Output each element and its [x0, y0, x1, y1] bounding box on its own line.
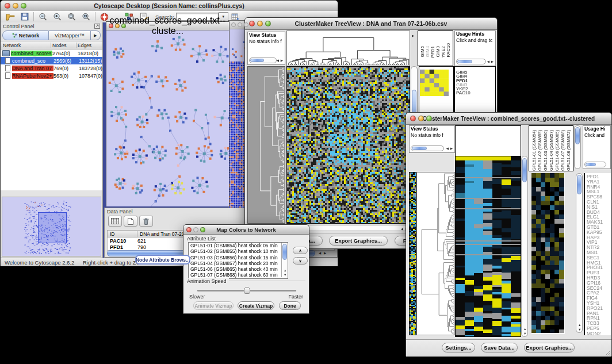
column-label[interactable]: GPL51-07 (GSM868) — [560, 130, 566, 171]
col-header-edges[interactable]: Edges — [76, 43, 102, 48]
column-label[interactable]: GPL51-03 (GSM856) — [543, 130, 549, 171]
zoom-heatmap-canvas[interactable] — [531, 173, 564, 333]
done-button[interactable]: Done — [279, 301, 301, 310]
move-up-button[interactable]: ∧ — [293, 247, 308, 254]
attribute-item[interactable]: GPL51-06 (GSM865) heat shock 40 min — [189, 266, 280, 272]
zoom-out-button[interactable] — [36, 11, 50, 22]
global-overview-strip[interactable] — [409, 172, 416, 335]
minimize-icon[interactable] — [418, 116, 424, 121]
save-session-button[interactable] — [17, 11, 32, 22]
column-label[interactable]: GPL51-02 (GSM855) — [537, 130, 543, 171]
tab-network[interactable]: Network — [2, 30, 49, 40]
col-header-nodes[interactable]: Nodes — [51, 43, 76, 48]
column-label[interactable]: GPL51-06 (GSM865) — [554, 130, 560, 171]
close-icon[interactable] — [410, 116, 416, 121]
global-overview-canvas[interactable] — [410, 173, 416, 335]
column-label[interactable]: GPL51-04 (GSM857) — [549, 130, 554, 171]
cytoscape-titlebar[interactable]: Cytoscape Desktop (Session Name: collins… — [1, 1, 338, 12]
scroll-left-icon[interactable]: ◀ — [319, 251, 321, 255]
close-icon[interactable] — [5, 3, 10, 9]
node-attribute-browser-tab[interactable]: Node Attribute Brows... — [135, 255, 190, 265]
zoom-window-icon[interactable] — [265, 21, 271, 26]
listbox-scrollbar[interactable]: ▲ ▼ — [281, 243, 288, 277]
gene-label[interactable]: MON2 — [587, 331, 611, 335]
minimize-icon[interactable] — [257, 21, 263, 26]
zoom-window-icon[interactable] — [21, 3, 26, 9]
scroll-left-icon[interactable]: ◀ — [446, 147, 449, 150]
slider-thumb[interactable] — [244, 287, 250, 294]
col-header-network[interactable]: Network — [1, 43, 51, 48]
resize-grip-icon[interactable] — [605, 350, 610, 355]
network-overview-canvas[interactable] — [2, 197, 101, 255]
scroll-down-icon[interactable]: ▼ — [523, 332, 526, 335]
zoom-matrix-canvas[interactable] — [420, 70, 449, 96]
heatmap-canvas[interactable] — [287, 67, 410, 223]
attribute-item[interactable]: GPL51-04 (GSM857) heat shock 20 min — [189, 260, 280, 266]
usage-hints-scrollbar[interactable] — [456, 59, 486, 64]
zoom-fit-button[interactable] — [79, 11, 93, 22]
zoom-window-icon[interactable] — [426, 116, 432, 121]
attribute-item[interactable]: GPL51-01 (GSM854) heat shock 05 min — [189, 243, 280, 248]
export-graphics-button[interactable]: Export Graphics... — [329, 236, 388, 246]
col-header-id[interactable]: ID — [108, 231, 137, 237]
network-list-row[interactable]: RNAPuberNov2+1 563(0) 107847(0) — [1, 72, 102, 79]
scroll-right-icon[interactable]: ▶ — [412, 34, 414, 37]
zoom-window-icon[interactable] — [121, 24, 126, 28]
view-status-scrollbar[interactable] — [411, 145, 444, 151]
heatmap-main[interactable] — [455, 156, 521, 337]
minimize-icon[interactable] — [238, 22, 242, 27]
network-list-row[interactable]: DNA and Tran 07 769(0) 183728(0) — [1, 64, 102, 72]
labels-vscrollbar[interactable] — [574, 125, 581, 169]
zoom-window-icon[interactable] — [200, 227, 205, 232]
network-overview[interactable] — [2, 197, 101, 256]
attribute-item[interactable]: GPL51-02 (GSM855) heat shock 10 min — [189, 248, 280, 254]
zoom-selected-button[interactable] — [64, 11, 79, 22]
attribute-listbox[interactable]: GPL51-01 (GSM854) heat shock 05 minGPL51… — [188, 242, 288, 279]
float-panel-icon[interactable] — [94, 24, 100, 29]
network-list-row[interactable]: combined_scores 2764(0) 16218(0) — [1, 49, 102, 57]
open-session-button[interactable] — [3, 11, 17, 22]
column-label[interactable]: PAC10 — [446, 43, 451, 58]
column-dendrogram-canvas[interactable] — [287, 31, 410, 66]
minimize-icon[interactable] — [193, 227, 198, 232]
animation-speed-slider[interactable] — [197, 290, 296, 292]
scroll-left-icon[interactable]: ◀ — [487, 60, 489, 63]
column-label[interactable]: GIM3 — [435, 46, 441, 58]
delete-attribute-button[interactable] — [139, 216, 153, 227]
zoom-vscrollbar[interactable]: ▲ ▼ — [576, 173, 583, 333]
scroll-right-icon[interactable]: ▶ — [324, 251, 326, 255]
scroll-up-icon[interactable]: ▲ — [523, 327, 526, 331]
view-status-scrollbar[interactable] — [249, 58, 277, 63]
settings-button[interactable]: Settings... — [442, 343, 475, 352]
row-dendrogram-canvas[interactable] — [248, 67, 285, 223]
column-label[interactable]: YKE2 — [441, 46, 446, 58]
treeview2-titlebar[interactable]: ClusterMaker TreeView : combined_scores_… — [406, 113, 611, 125]
scroll-up-icon[interactable]: ▲ — [284, 269, 286, 272]
column-label[interactable]: GPL51-01 (GSM854) — [531, 130, 537, 171]
treeview1-titlebar[interactable]: ClusterMaker TreeView : DNA and Tran 07-… — [245, 18, 497, 30]
attribute-item[interactable]: GPL51-03 (GSM856) heat shock 15 min — [189, 255, 280, 260]
scroll-right-icon[interactable]: ▶ — [450, 147, 453, 150]
column-dendrogram[interactable] — [286, 30, 410, 66]
usage-hints-scrollbar[interactable] — [584, 162, 606, 167]
zoom-window-icon[interactable] — [244, 22, 248, 27]
minimize-icon[interactable] — [115, 24, 120, 28]
attribute-select-button[interactable] — [108, 216, 122, 227]
heatmap-main[interactable] — [286, 66, 410, 224]
close-icon[interactable] — [249, 21, 255, 26]
scroll-left-icon[interactable]: ◀ — [277, 59, 279, 62]
heatmap-canvas[interactable] — [456, 156, 521, 336]
zoom-in-button[interactable] — [50, 11, 64, 22]
network-view-canvas[interactable] — [106, 30, 229, 206]
zoom-heatmap[interactable] — [531, 173, 565, 334]
create-attribute-button[interactable] — [124, 216, 137, 227]
save-data-button[interactable]: Save Data... — [481, 343, 518, 352]
scroll-up-icon[interactable]: ▲ — [578, 323, 581, 327]
scroll-down-icon[interactable]: ▼ — [578, 328, 581, 331]
more-tabs-button[interactable]: ▶ — [91, 30, 101, 40]
animate-vizmap-button[interactable]: Animate Vizmap — [193, 301, 234, 310]
close-icon[interactable] — [186, 227, 192, 232]
move-down-button[interactable]: ∨ — [293, 257, 308, 265]
attribute-item[interactable]: GPL51-07 (GSM868) heat shock 60 min — [189, 272, 280, 278]
row-dendrogram[interactable] — [416, 172, 455, 335]
